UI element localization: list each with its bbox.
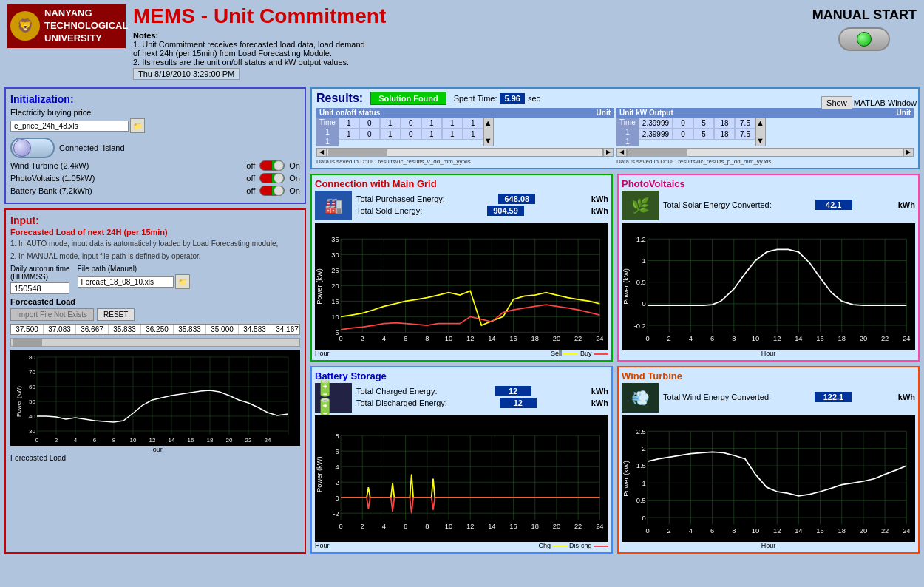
- battery-stats: Total Charged Energy: 12 kWh Total Disch…: [356, 386, 608, 410]
- scroll-thumb: [13, 339, 42, 346]
- svg-text:2: 2: [667, 335, 671, 342]
- kw-h-2: 5: [693, 118, 714, 129]
- pv-chart-panel: PhotoVoltaics 🌿 Total Solar Energy Conve…: [617, 174, 920, 362]
- svg-text:14: 14: [488, 523, 495, 530]
- autorun-field[interactable]: [10, 282, 69, 294]
- pv-chart-wrap: 1.2 1 0.5 0 -0.2 0 2 4 6 8 10 12: [622, 223, 915, 350]
- svg-text:10: 10: [130, 437, 137, 444]
- svg-text:20: 20: [860, 527, 867, 535]
- svg-text:24: 24: [265, 437, 271, 444]
- svg-text:0: 0: [35, 437, 39, 444]
- unit-kw-table: Unit kW Output Unit Time 1 1 2.3: [616, 108, 914, 165]
- pv-toggle[interactable]: [259, 173, 285, 183]
- unit-kw-body: Time 1 1 2.39999 0 5 18 7.5: [616, 118, 914, 146]
- svg-text:0: 0: [645, 335, 649, 342]
- connection-legend: Sell Buy: [551, 350, 608, 357]
- battery-chart-bottom: Hour Chg Dis-chg: [315, 542, 608, 549]
- kw-scroll-v[interactable]: ▲▼: [755, 118, 766, 146]
- elec-browse-btn[interactable]: 📁: [130, 118, 145, 133]
- connection-chart-svg: 35 30 25 20 15 10 5 0 2 4 6 8: [315, 223, 608, 350]
- svg-text:20: 20: [226, 437, 233, 444]
- island-label: Island: [103, 143, 124, 152]
- svg-text:12: 12: [773, 335, 781, 342]
- svg-text:10: 10: [445, 335, 452, 342]
- svg-text:8: 8: [112, 437, 116, 444]
- wind-toggle[interactable]: [259, 160, 285, 171]
- spent-time-unit: sec: [528, 94, 540, 103]
- kw-header-row: 2.39999 0 5 18 7.5: [639, 118, 755, 129]
- forecast-chart-svg: 80 70 60 50 40 30 0 2 4 6 8 10: [10, 350, 300, 446]
- spent-time-row: Spent Time: 5.96 sec: [454, 93, 540, 104]
- filepath-row: Forcast_18_08_10.xls 📁: [78, 274, 190, 289]
- reset-button[interactable]: RESET: [97, 308, 135, 321]
- kw-h-scroll-thumb: [628, 149, 687, 157]
- wind-chart-wrap: 2.5 2 1.5 1 0.5 0 0 2 4 6 8 10 1: [622, 415, 915, 542]
- svg-text:18: 18: [838, 335, 846, 342]
- svg-text:25: 25: [331, 267, 339, 274]
- svg-text:4: 4: [382, 335, 386, 342]
- svg-text:30: 30: [29, 428, 35, 435]
- time-cell-1: Time: [316, 118, 339, 127]
- svg-text:0.5: 0.5: [636, 497, 646, 504]
- discharged-row: Total Discharged Energy: 12 kWh: [356, 398, 608, 408]
- data-scrollbar[interactable]: [10, 338, 300, 347]
- svg-text:80: 80: [29, 354, 35, 361]
- svg-text:0: 0: [339, 523, 342, 530]
- svg-text:0: 0: [335, 495, 339, 502]
- input-title: Input:: [10, 214, 300, 226]
- unit-h-6: 1: [463, 118, 483, 129]
- initialization-section: Initialization: Electricity buying price…: [4, 87, 306, 204]
- pv-off-label: off: [246, 174, 255, 183]
- saved-path-right: Data is saved in D:\UC results\uc_result…: [616, 158, 914, 165]
- svg-text:10: 10: [752, 527, 759, 535]
- unit-scroll-v[interactable]: ▲▼: [483, 118, 494, 146]
- kw-r1-3: 18: [714, 129, 735, 140]
- filepath-browse-btn[interactable]: 📁: [175, 274, 190, 289]
- kw-scroll-right[interactable]: ▶: [903, 148, 914, 157]
- import-button[interactable]: Import File Not Exists: [10, 308, 94, 321]
- header-title-area: MEMS - Unit Commitment Notes: 1. Unit Co…: [126, 4, 812, 80]
- kw-time-col: Time 1 1: [616, 118, 639, 146]
- connection-x-label: Hour: [315, 350, 330, 357]
- svg-text:16: 16: [816, 335, 823, 342]
- pv-row: PhotoVoltaics (1.05kW) off On: [10, 173, 300, 183]
- svg-text:70: 70: [29, 369, 35, 376]
- wind-on-label: On: [289, 161, 300, 170]
- battery-toggle[interactable]: [259, 186, 285, 196]
- elec-price-field[interactable]: e_price_24h_48.xls: [10, 121, 129, 132]
- unit-r1-0: 1: [339, 129, 359, 140]
- show-button[interactable]: Show: [821, 96, 852, 109]
- spent-time-value: 5.96: [500, 93, 524, 104]
- svg-text:18: 18: [531, 523, 539, 530]
- svg-text:4: 4: [74, 437, 78, 444]
- autorun-row: Daily autorun time (HHMMSS) File path (M…: [10, 265, 300, 294]
- wind-info-row: 💨 Total Wind Energy Converted: 122.1 kWh: [622, 383, 915, 413]
- input-subtitle: Forecasted Load of next 24H (per 15min): [10, 228, 300, 237]
- unit-r1-5: 1: [442, 129, 463, 140]
- kw-scroll-left[interactable]: ◀: [616, 148, 627, 157]
- manual-start-button[interactable]: [838, 27, 890, 51]
- charged-label: Total Charged Energy:: [356, 387, 437, 396]
- forecast-chart-wrap: 80 70 60 50 40 30 0 2 4 6 8 10: [10, 350, 300, 446]
- svg-text:22: 22: [574, 335, 582, 342]
- svg-text:4: 4: [689, 335, 693, 342]
- filepath-field[interactable]: Forcast_18_08_10.xls: [78, 276, 174, 288]
- kw-h-4: 7.5: [735, 118, 755, 129]
- battery-label: Battery Bank (7.2kWh): [10, 186, 92, 195]
- wind-label: Wind Turbine (2.4kW): [10, 161, 89, 170]
- connection-chart-panel: Connection with Main Grid 🏭 Total Purcha…: [310, 174, 613, 362]
- kw-h-scrollbar[interactable]: [627, 148, 903, 157]
- svg-text:12: 12: [466, 523, 474, 530]
- scroll-right-btn[interactable]: ▶: [603, 148, 614, 157]
- scroll-left-btn[interactable]: ◀: [316, 148, 327, 157]
- h-scrollbar[interactable]: [327, 148, 603, 157]
- svg-text:8: 8: [732, 527, 736, 535]
- wind-row: Wind Turbine (2.4kW) off On: [10, 160, 300, 171]
- svg-text:40: 40: [29, 413, 35, 420]
- svg-text:10: 10: [445, 523, 452, 530]
- connected-island-toggle[interactable]: [10, 138, 55, 158]
- battery-info-row: 🔋🔋 Total Charged Energy: 12 kWh Total Di…: [315, 383, 608, 413]
- battery-on-label: On: [289, 186, 300, 195]
- forecast-x-label: Hour: [10, 446, 300, 453]
- sold-value: 904.59: [487, 206, 524, 216]
